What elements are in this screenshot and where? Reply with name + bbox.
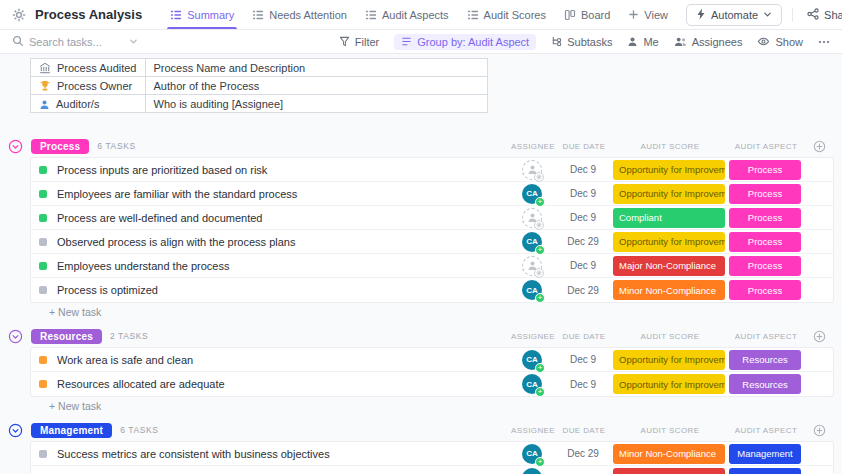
tab-audit-scores[interactable]: Audit Scores — [458, 0, 555, 29]
audit-aspect-cell[interactable]: Process — [727, 256, 803, 276]
assignee-cell[interactable] — [509, 256, 555, 276]
assignee-cell[interactable]: CA+ — [509, 184, 555, 204]
group-badge[interactable]: Process — [31, 139, 89, 154]
audit-score-cell[interactable]: Major Non-Compliance — [611, 256, 727, 276]
assignee-cell[interactable] — [509, 208, 555, 228]
toolbar-filter[interactable]: Filter — [339, 36, 379, 48]
task-row[interactable]: Employees understand the processDec 9Maj… — [31, 254, 833, 278]
audit-aspect-cell[interactable]: Process — [727, 232, 803, 252]
task-row[interactable]: Management process is objectiveCA+Dec 9M… — [31, 466, 833, 474]
audit-score-cell[interactable]: Opportunity for Improvem... — [611, 160, 727, 180]
audit-score-cell[interactable]: Opportunity for Improvem... — [611, 232, 727, 252]
new-task-button[interactable]: + New task — [30, 303, 842, 319]
assignee-cell[interactable]: CA+ — [509, 444, 555, 464]
task-row[interactable]: Process are well-defined and documentedD… — [31, 206, 833, 230]
assignee-cell[interactable]: CA+ — [509, 232, 555, 252]
task-row[interactable]: Work area is safe and cleanCA+Dec 9Oppor… — [31, 348, 833, 372]
building-icon — [39, 62, 51, 74]
assignee-cell[interactable]: CA+ — [509, 280, 555, 300]
group-badge[interactable]: Resources — [31, 329, 102, 344]
task-row[interactable]: Employees are familiar with the standard… — [31, 182, 833, 206]
avatar-gear-badge — [534, 172, 544, 182]
status-square[interactable] — [39, 356, 47, 364]
assignee-placeholder-icon[interactable] — [522, 208, 542, 228]
task-row[interactable]: Process is optimizedCA+Dec 29Minor Non-C… — [31, 278, 833, 302]
tab-audit-aspects[interactable]: Audit Aspects — [356, 0, 458, 29]
toolbar-me-label: Me — [643, 36, 658, 48]
info-row-auditor-s: Auditor/sWho is auditing [Assignee] — [31, 95, 488, 113]
toolbar-show[interactable]: Show — [757, 35, 803, 48]
task-groups: Process6 TASKSASSIGNEEDUE DATEAUDIT SCOR… — [0, 135, 842, 474]
info-value[interactable]: Author of the Process — [145, 77, 487, 95]
collapse-group-icon[interactable] — [8, 139, 23, 154]
task-row[interactable]: Success metrics are consistent with busi… — [31, 442, 833, 466]
add-task-icon[interactable] — [804, 424, 834, 437]
assignee-cell[interactable]: CA+ — [509, 468, 555, 474]
info-value[interactable]: Process Name and Description — [145, 59, 487, 77]
status-square[interactable] — [39, 166, 47, 174]
audit-aspect-cell[interactable]: Management — [727, 444, 803, 464]
status-square[interactable] — [39, 380, 47, 388]
audit-aspect-cell[interactable]: Process — [727, 160, 803, 180]
add-task-icon[interactable] — [804, 330, 834, 343]
status-square[interactable] — [39, 190, 47, 198]
audit-aspect-cell[interactable]: Management — [727, 468, 803, 474]
task-row[interactable]: Observed process is align with the proce… — [31, 230, 833, 254]
due-date: Dec 29 — [555, 236, 611, 247]
new-task-button[interactable]: + New task — [30, 397, 842, 413]
chevron-down-icon[interactable] — [129, 36, 138, 48]
collapse-group-icon[interactable] — [8, 329, 23, 344]
toolbar-group-by[interactable]: Group by: Audit Aspect — [394, 34, 536, 50]
avatar-add-badge: + — [535, 245, 545, 255]
audit-aspect-cell[interactable]: Resources — [727, 350, 803, 370]
audit-score-cell[interactable]: Opportunity for Improvem... — [611, 350, 727, 370]
share-label: Share — [824, 9, 842, 21]
assignee-placeholder-icon[interactable] — [522, 160, 542, 180]
topbar-actions: Automate Share — [686, 4, 842, 26]
audit-score-cell[interactable]: Major Non-Compliance — [611, 468, 727, 474]
column-header-assignee: ASSIGNEE — [510, 426, 556, 435]
assignee-placeholder-icon[interactable] — [522, 256, 542, 276]
info-row-process-owner: Process OwnerAuthor of the Process — [31, 77, 488, 95]
toolbar-subtasks[interactable]: Subtasks — [551, 36, 612, 48]
toolbar-assignees[interactable]: Assignees — [674, 36, 743, 48]
share-button[interactable]: Share — [803, 5, 842, 25]
group-badge[interactable]: Management — [31, 423, 112, 438]
audit-aspect-cell[interactable]: Process — [727, 208, 803, 228]
audit-aspect-cell[interactable]: Resources — [727, 374, 803, 394]
audit-aspect-cell[interactable]: Process — [727, 280, 803, 300]
toolbar-show-label: Show — [775, 36, 803, 48]
avatar-add-badge: + — [535, 293, 545, 303]
add-task-icon[interactable] — [804, 140, 834, 153]
toolbar-group-by-label: Group by: Audit Aspect — [417, 36, 529, 48]
audit-score-cell[interactable]: Opportunity for Improvem... — [611, 374, 727, 394]
status-square[interactable] — [39, 286, 47, 294]
info-value[interactable]: Who is auditing [Assignee] — [145, 95, 487, 113]
column-header-audit-aspect: AUDIT ASPECT — [728, 332, 804, 341]
audit-score-cell[interactable]: Compliant — [611, 208, 727, 228]
status-square[interactable] — [39, 262, 47, 270]
audit-score-cell[interactable]: Minor Non-Compliance — [611, 280, 727, 300]
automate-button[interactable]: Automate — [686, 4, 782, 26]
search-input[interactable] — [29, 36, 124, 48]
status-square[interactable] — [39, 214, 47, 222]
assignee-cell[interactable]: CA+ — [509, 374, 555, 394]
toolbar-me[interactable]: Me — [627, 36, 658, 48]
toolbar-more[interactable] — [818, 36, 830, 48]
audit-score-cell[interactable]: Opportunity for Improvem... — [611, 184, 727, 204]
tab-needs-attention[interactable]: Needs Attention — [243, 0, 356, 29]
assignee-cell[interactable]: CA+ — [509, 350, 555, 370]
task-row[interactable]: Process inputs are prioritized based on … — [31, 158, 833, 182]
tab-board[interactable]: Board — [555, 0, 619, 29]
tab-view[interactable]: View — [619, 0, 677, 29]
collapse-group-icon[interactable] — [8, 423, 23, 438]
audit-aspect-cell[interactable]: Process — [727, 184, 803, 204]
status-square[interactable] — [39, 238, 47, 246]
space-settings-icon[interactable] — [12, 8, 26, 22]
task-row[interactable]: Resources allocated are adequateCA+Dec 9… — [31, 372, 833, 396]
tab-summary[interactable]: Summary — [161, 0, 243, 29]
search-box[interactable] — [12, 35, 138, 49]
status-square[interactable] — [39, 450, 47, 458]
assignee-cell[interactable] — [509, 160, 555, 180]
audit-score-cell[interactable]: Minor Non-Compliance — [611, 444, 727, 464]
